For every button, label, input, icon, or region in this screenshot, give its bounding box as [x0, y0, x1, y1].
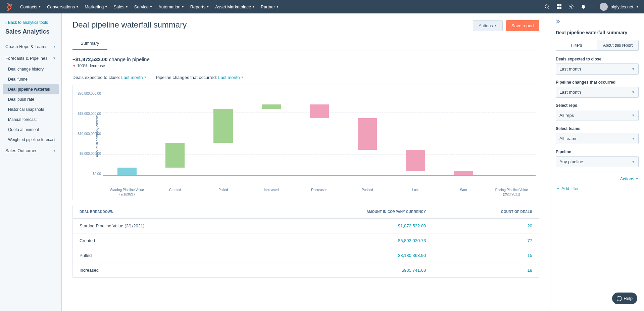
- top-nav: Contacts▼ Conversations▼ Marketing▼ Sale…: [0, 0, 644, 13]
- field-label-pipeline: Pipeline: [556, 149, 639, 154]
- svg-line-7: [548, 8, 549, 9]
- sidebar-item-deal-change-history[interactable]: Deal change history: [0, 64, 61, 74]
- rp-tab-filters[interactable]: Filters: [556, 40, 597, 50]
- chart-bar[interactable]: [199, 92, 247, 175]
- chart-bar[interactable]: [103, 92, 151, 175]
- chart-bar[interactable]: [247, 92, 295, 175]
- sidebar-section-coach[interactable]: Coach Reps & Teams▼: [0, 41, 61, 52]
- svg-rect-11: [559, 7, 561, 9]
- waterfall-chart: Amount in company currency $20,000,000.0…: [72, 85, 539, 200]
- filter-pipeline-changes: Pipeline changes that occurred: Last mon…: [156, 75, 244, 80]
- sidebar-item-deal-pipeline-waterfall[interactable]: Deal pipeline waterfall: [3, 84, 59, 94]
- chart-bar[interactable]: [440, 92, 488, 175]
- page-title: Deal pipeline waterfall summary: [72, 20, 187, 30]
- caret-down-icon: ▼: [105, 5, 107, 8]
- actions-button[interactable]: Actions▼: [473, 20, 503, 31]
- chart-bar[interactable]: [151, 92, 199, 175]
- right-panel: Deal pipeline waterfall summary Filters …: [550, 13, 644, 311]
- account-menu[interactable]: biglytics.net ▼: [600, 3, 639, 11]
- nav-service[interactable]: Service▼: [134, 4, 152, 9]
- select-pipeline[interactable]: Any pipeline▼: [556, 156, 639, 167]
- caret-down-icon: ▼: [76, 5, 79, 8]
- right-panel-title: Deal pipeline waterfall summary: [556, 30, 639, 35]
- rp-tab-about[interactable]: About this report: [597, 40, 638, 50]
- sidebar-item-deal-funnel[interactable]: Deal funnel: [0, 74, 61, 84]
- sidebar-item-manual-forecast[interactable]: Manual forecast: [0, 115, 61, 125]
- x-tick: Decreased: [295, 186, 343, 196]
- svg-point-3: [7, 3, 8, 4]
- search-icon[interactable]: [544, 4, 550, 9]
- filter-pipeline-changes-dropdown[interactable]: Last month▼: [218, 75, 243, 80]
- svg-point-12: [571, 6, 572, 7]
- hubspot-logo[interactable]: [5, 3, 13, 11]
- pipeline-change-metric: −$1,872,532.00 change in pipeline: [72, 56, 539, 62]
- sidebar-section-forecasts[interactable]: Forecasts & Pipelines▼: [0, 52, 61, 64]
- sidebar-item-deal-push-rate[interactable]: Deal push rate: [0, 94, 61, 104]
- settings-icon[interactable]: [568, 4, 574, 9]
- svg-point-0: [11, 4, 12, 6]
- table-row[interactable]: Starting Pipeline Value (2/1/2021)$1,872…: [73, 219, 539, 233]
- table-row[interactable]: Pulled$8,180,368.9015: [73, 248, 539, 263]
- sidebar-item-historical-snapshots[interactable]: Historical snapshots: [0, 104, 61, 115]
- save-report-button[interactable]: Save report: [506, 20, 539, 31]
- sidebar-item-weighted-pipeline-forecast[interactable]: Weighted pipeline forecast: [0, 135, 61, 145]
- caret-down-icon: ▼: [632, 160, 635, 164]
- collapse-panel-icon[interactable]: [556, 19, 639, 25]
- chevron-left-icon: ‹: [5, 20, 7, 25]
- rp-actions-dropdown[interactable]: Actions▼: [556, 176, 639, 181]
- sidebar-section-sales-outcomes[interactable]: Sales Outcomes▼: [0, 145, 61, 157]
- sidebar: ‹Back to analytics tools Sales Analytics…: [0, 13, 62, 311]
- col-deal-breakdown[interactable]: DEAL BREAKDOWN: [73, 205, 259, 219]
- table-row[interactable]: Increased$985,741.6818: [73, 263, 539, 278]
- tab-summary[interactable]: Summary: [72, 37, 107, 50]
- pipeline-change-pct: ▼ 100% decrease: [72, 63, 539, 68]
- x-tick: Starting Pipeline Value (2/1/2021): [103, 186, 151, 196]
- chart-bar[interactable]: [295, 92, 343, 175]
- select-pipeline-changes[interactable]: Last month▼: [556, 87, 639, 98]
- nav-asset-marketplace[interactable]: Asset Marketplace▼: [215, 4, 255, 9]
- select-reps[interactable]: All reps▼: [556, 110, 639, 121]
- help-button[interactable]: Help: [612, 293, 637, 304]
- caret-down-icon: ▼: [38, 5, 41, 8]
- caret-down-icon: ▼: [636, 5, 639, 8]
- svg-point-1: [8, 6, 11, 9]
- nav-marketing[interactable]: Marketing▼: [85, 4, 107, 9]
- nav-contacts[interactable]: Contacts▼: [20, 4, 41, 9]
- field-label-deals-expected: Deals expected to close: [556, 57, 639, 61]
- col-amount[interactable]: AMOUNT IN COMPANY CURRENCY: [259, 205, 433, 219]
- caret-down-icon: ▼: [276, 5, 279, 8]
- table-row[interactable]: Created$5,892,020.7377: [73, 233, 539, 248]
- caret-down-icon: ▼: [206, 5, 209, 8]
- nav-reports[interactable]: Reports▼: [190, 4, 209, 9]
- caret-down-icon: ▼: [182, 5, 184, 8]
- chart-bar[interactable]: [391, 92, 439, 175]
- select-deals-expected[interactable]: Last month▼: [556, 63, 639, 75]
- col-count[interactable]: COUNT OF DEALS: [433, 205, 539, 219]
- add-filter-button[interactable]: ＋Add filter: [556, 185, 639, 191]
- content: Deal pipeline waterfall summary Actions▼…: [62, 13, 550, 311]
- marketplace-icon[interactable]: [556, 4, 562, 9]
- nav-automation[interactable]: Automation▼: [158, 4, 184, 9]
- caret-down-icon: ▼: [632, 114, 635, 117]
- filter-deals-expected-dropdown[interactable]: Last month▼: [121, 75, 146, 80]
- notifications-icon[interactable]: [581, 4, 586, 9]
- chart-plot: [103, 92, 536, 176]
- chart-bar[interactable]: [343, 92, 391, 175]
- nav-conversations[interactable]: Conversations▼: [47, 4, 79, 9]
- caret-down-icon: ▼: [252, 5, 255, 8]
- back-link[interactable]: ‹Back to analytics tools: [0, 20, 61, 28]
- caret-down-icon: ▼: [126, 5, 128, 8]
- sidebar-item-quota-attainment[interactable]: Quota attainment: [0, 125, 61, 135]
- svg-rect-10: [557, 7, 559, 9]
- chart-x-axis: Starting Pipeline Value (2/1/2021)Create…: [103, 186, 536, 196]
- svg-rect-8: [557, 4, 559, 6]
- select-teams[interactable]: All teams▼: [556, 133, 639, 144]
- chevron-down-icon: ▼: [53, 149, 56, 152]
- nav-sales[interactable]: Sales▼: [113, 4, 128, 9]
- svg-rect-9: [559, 4, 561, 6]
- nav-partner[interactable]: Partner▼: [261, 4, 279, 9]
- sidebar-title: Sales Analytics: [0, 28, 61, 41]
- chart-bar[interactable]: [488, 92, 536, 175]
- caret-down-icon: ▼: [150, 5, 152, 8]
- x-tick: Won: [440, 186, 488, 196]
